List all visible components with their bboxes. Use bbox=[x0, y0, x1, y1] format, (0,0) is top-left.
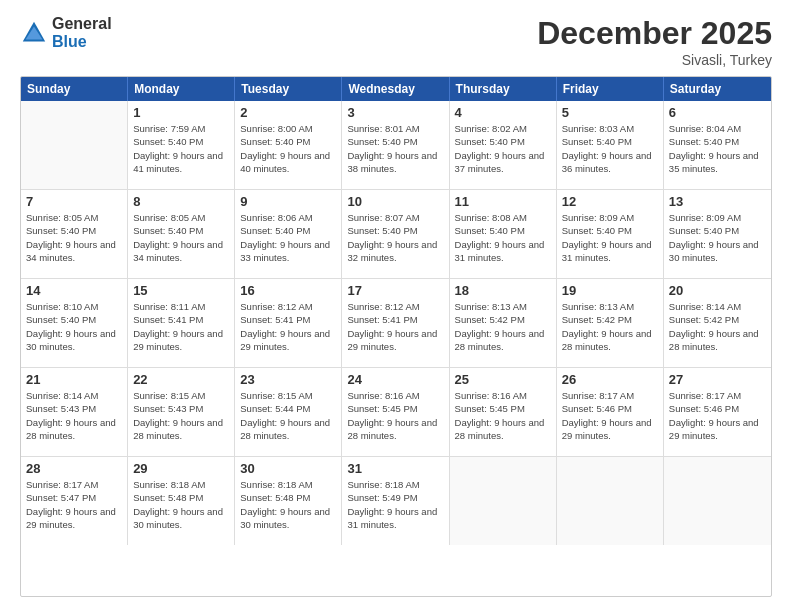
calendar-day-cell bbox=[557, 457, 664, 545]
calendar-day-cell: 7Sunrise: 8:05 AMSunset: 5:40 PMDaylight… bbox=[21, 190, 128, 278]
day-detail: Sunrise: 8:05 AMSunset: 5:40 PMDaylight:… bbox=[133, 211, 229, 264]
month-title: December 2025 bbox=[537, 15, 772, 52]
calendar-day-cell: 2Sunrise: 8:00 AMSunset: 5:40 PMDaylight… bbox=[235, 101, 342, 189]
day-detail: Sunrise: 8:13 AMSunset: 5:42 PMDaylight:… bbox=[455, 300, 551, 353]
day-number: 1 bbox=[133, 105, 229, 120]
day-detail: Sunrise: 8:16 AMSunset: 5:45 PMDaylight:… bbox=[347, 389, 443, 442]
day-detail: Sunrise: 8:18 AMSunset: 5:49 PMDaylight:… bbox=[347, 478, 443, 531]
day-detail: Sunrise: 8:04 AMSunset: 5:40 PMDaylight:… bbox=[669, 122, 766, 175]
header: General Blue December 2025 Sivasli, Turk… bbox=[20, 15, 772, 68]
day-number: 25 bbox=[455, 372, 551, 387]
day-detail: Sunrise: 7:59 AMSunset: 5:40 PMDaylight:… bbox=[133, 122, 229, 175]
day-detail: Sunrise: 8:00 AMSunset: 5:40 PMDaylight:… bbox=[240, 122, 336, 175]
calendar: SundayMondayTuesdayWednesdayThursdayFrid… bbox=[20, 76, 772, 597]
day-number: 16 bbox=[240, 283, 336, 298]
weekday-header: Wednesday bbox=[342, 77, 449, 101]
calendar-day-cell: 24Sunrise: 8:16 AMSunset: 5:45 PMDayligh… bbox=[342, 368, 449, 456]
day-number: 13 bbox=[669, 194, 766, 209]
location: Sivasli, Turkey bbox=[537, 52, 772, 68]
calendar-day-cell: 23Sunrise: 8:15 AMSunset: 5:44 PMDayligh… bbox=[235, 368, 342, 456]
calendar-day-cell: 13Sunrise: 8:09 AMSunset: 5:40 PMDayligh… bbox=[664, 190, 771, 278]
calendar-week-row: 14Sunrise: 8:10 AMSunset: 5:40 PMDayligh… bbox=[21, 279, 771, 368]
calendar-day-cell: 29Sunrise: 8:18 AMSunset: 5:48 PMDayligh… bbox=[128, 457, 235, 545]
day-detail: Sunrise: 8:09 AMSunset: 5:40 PMDaylight:… bbox=[562, 211, 658, 264]
day-number: 2 bbox=[240, 105, 336, 120]
calendar-day-cell: 19Sunrise: 8:13 AMSunset: 5:42 PMDayligh… bbox=[557, 279, 664, 367]
calendar-week-row: 1Sunrise: 7:59 AMSunset: 5:40 PMDaylight… bbox=[21, 101, 771, 190]
day-detail: Sunrise: 8:02 AMSunset: 5:40 PMDaylight:… bbox=[455, 122, 551, 175]
logo-icon bbox=[20, 19, 48, 47]
day-detail: Sunrise: 8:17 AMSunset: 5:46 PMDaylight:… bbox=[669, 389, 766, 442]
calendar-day-cell: 16Sunrise: 8:12 AMSunset: 5:41 PMDayligh… bbox=[235, 279, 342, 367]
day-number: 9 bbox=[240, 194, 336, 209]
weekday-header: Thursday bbox=[450, 77, 557, 101]
day-detail: Sunrise: 8:06 AMSunset: 5:40 PMDaylight:… bbox=[240, 211, 336, 264]
day-number: 11 bbox=[455, 194, 551, 209]
day-number: 30 bbox=[240, 461, 336, 476]
day-number: 12 bbox=[562, 194, 658, 209]
day-number: 17 bbox=[347, 283, 443, 298]
day-detail: Sunrise: 8:18 AMSunset: 5:48 PMDaylight:… bbox=[240, 478, 336, 531]
calendar-day-cell: 20Sunrise: 8:14 AMSunset: 5:42 PMDayligh… bbox=[664, 279, 771, 367]
calendar-day-cell: 10Sunrise: 8:07 AMSunset: 5:40 PMDayligh… bbox=[342, 190, 449, 278]
day-detail: Sunrise: 8:15 AMSunset: 5:43 PMDaylight:… bbox=[133, 389, 229, 442]
day-number: 6 bbox=[669, 105, 766, 120]
calendar-day-cell: 4Sunrise: 8:02 AMSunset: 5:40 PMDaylight… bbox=[450, 101, 557, 189]
calendar-day-cell: 26Sunrise: 8:17 AMSunset: 5:46 PMDayligh… bbox=[557, 368, 664, 456]
logo-text: General Blue bbox=[52, 15, 112, 50]
calendar-day-cell bbox=[21, 101, 128, 189]
page: General Blue December 2025 Sivasli, Turk… bbox=[0, 0, 792, 612]
day-detail: Sunrise: 8:07 AMSunset: 5:40 PMDaylight:… bbox=[347, 211, 443, 264]
weekday-header: Sunday bbox=[21, 77, 128, 101]
day-number: 23 bbox=[240, 372, 336, 387]
calendar-day-cell: 27Sunrise: 8:17 AMSunset: 5:46 PMDayligh… bbox=[664, 368, 771, 456]
weekday-header: Monday bbox=[128, 77, 235, 101]
calendar-day-cell: 25Sunrise: 8:16 AMSunset: 5:45 PMDayligh… bbox=[450, 368, 557, 456]
calendar-day-cell: 30Sunrise: 8:18 AMSunset: 5:48 PMDayligh… bbox=[235, 457, 342, 545]
day-number: 3 bbox=[347, 105, 443, 120]
day-number: 27 bbox=[669, 372, 766, 387]
logo: General Blue bbox=[20, 15, 112, 50]
day-number: 7 bbox=[26, 194, 122, 209]
calendar-day-cell: 21Sunrise: 8:14 AMSunset: 5:43 PMDayligh… bbox=[21, 368, 128, 456]
calendar-day-cell: 12Sunrise: 8:09 AMSunset: 5:40 PMDayligh… bbox=[557, 190, 664, 278]
calendar-day-cell: 22Sunrise: 8:15 AMSunset: 5:43 PMDayligh… bbox=[128, 368, 235, 456]
calendar-day-cell: 15Sunrise: 8:11 AMSunset: 5:41 PMDayligh… bbox=[128, 279, 235, 367]
weekday-header: Tuesday bbox=[235, 77, 342, 101]
day-detail: Sunrise: 8:14 AMSunset: 5:42 PMDaylight:… bbox=[669, 300, 766, 353]
day-number: 14 bbox=[26, 283, 122, 298]
calendar-day-cell: 31Sunrise: 8:18 AMSunset: 5:49 PMDayligh… bbox=[342, 457, 449, 545]
day-detail: Sunrise: 8:17 AMSunset: 5:47 PMDaylight:… bbox=[26, 478, 122, 531]
calendar-day-cell: 3Sunrise: 8:01 AMSunset: 5:40 PMDaylight… bbox=[342, 101, 449, 189]
day-number: 22 bbox=[133, 372, 229, 387]
day-number: 15 bbox=[133, 283, 229, 298]
day-number: 20 bbox=[669, 283, 766, 298]
day-number: 28 bbox=[26, 461, 122, 476]
day-number: 21 bbox=[26, 372, 122, 387]
calendar-day-cell: 5Sunrise: 8:03 AMSunset: 5:40 PMDaylight… bbox=[557, 101, 664, 189]
calendar-day-cell: 1Sunrise: 7:59 AMSunset: 5:40 PMDaylight… bbox=[128, 101, 235, 189]
day-number: 5 bbox=[562, 105, 658, 120]
day-number: 29 bbox=[133, 461, 229, 476]
day-detail: Sunrise: 8:17 AMSunset: 5:46 PMDaylight:… bbox=[562, 389, 658, 442]
day-number: 4 bbox=[455, 105, 551, 120]
calendar-day-cell bbox=[450, 457, 557, 545]
calendar-week-row: 28Sunrise: 8:17 AMSunset: 5:47 PMDayligh… bbox=[21, 457, 771, 545]
day-detail: Sunrise: 8:12 AMSunset: 5:41 PMDaylight:… bbox=[347, 300, 443, 353]
day-number: 19 bbox=[562, 283, 658, 298]
logo-general: General bbox=[52, 15, 112, 33]
day-number: 18 bbox=[455, 283, 551, 298]
day-detail: Sunrise: 8:05 AMSunset: 5:40 PMDaylight:… bbox=[26, 211, 122, 264]
calendar-body: 1Sunrise: 7:59 AMSunset: 5:40 PMDaylight… bbox=[21, 101, 771, 545]
day-number: 10 bbox=[347, 194, 443, 209]
day-detail: Sunrise: 8:08 AMSunset: 5:40 PMDaylight:… bbox=[455, 211, 551, 264]
calendar-day-cell: 8Sunrise: 8:05 AMSunset: 5:40 PMDaylight… bbox=[128, 190, 235, 278]
calendar-day-cell: 17Sunrise: 8:12 AMSunset: 5:41 PMDayligh… bbox=[342, 279, 449, 367]
day-number: 24 bbox=[347, 372, 443, 387]
day-detail: Sunrise: 8:10 AMSunset: 5:40 PMDaylight:… bbox=[26, 300, 122, 353]
title-block: December 2025 Sivasli, Turkey bbox=[537, 15, 772, 68]
day-detail: Sunrise: 8:14 AMSunset: 5:43 PMDaylight:… bbox=[26, 389, 122, 442]
day-detail: Sunrise: 8:13 AMSunset: 5:42 PMDaylight:… bbox=[562, 300, 658, 353]
day-detail: Sunrise: 8:09 AMSunset: 5:40 PMDaylight:… bbox=[669, 211, 766, 264]
weekday-header: Saturday bbox=[664, 77, 771, 101]
